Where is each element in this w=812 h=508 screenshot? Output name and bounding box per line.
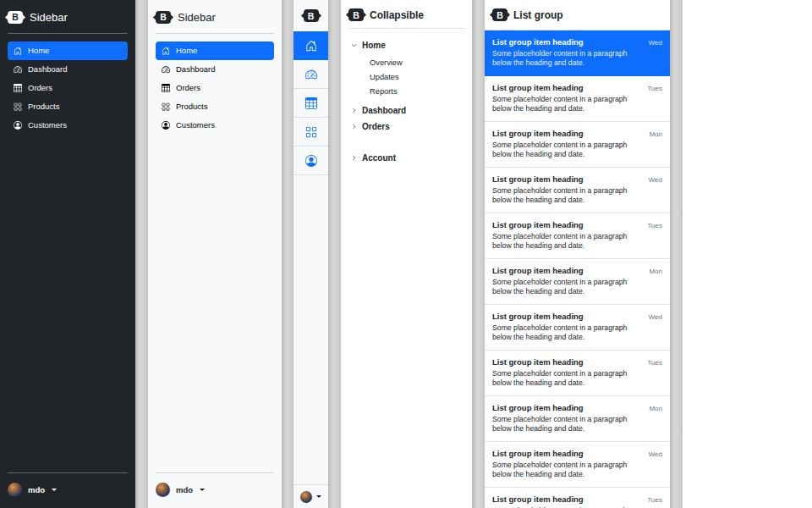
house-icon (14, 47, 22, 55)
list-item[interactable]: List group item headingTues Some placeho… (485, 76, 670, 122)
brand-link[interactable]: B (294, 0, 328, 31)
subitem-overview[interactable]: Overview (370, 55, 464, 69)
icon-nav-orders[interactable] (294, 89, 328, 118)
person-circle-icon (162, 121, 170, 130)
sidebar-item-label: Orders (28, 84, 52, 92)
list-item-date: Mon (649, 130, 662, 138)
list-item-body: Some placeholder content in a paragraph … (492, 369, 641, 388)
collapse-toggle-home[interactable]: Home (348, 37, 464, 53)
sidebar-item-label: Dashboard (28, 65, 67, 74)
chevron-right-icon (351, 124, 357, 130)
brand-link[interactable]: B Sidebar (8, 8, 128, 25)
sidebar-item-orders[interactable]: Orders (8, 79, 128, 97)
subitem-reports[interactable]: Reports (370, 84, 464, 98)
list-item-heading: List group item heading (492, 37, 584, 47)
caret-down-icon (52, 489, 57, 491)
sidebar-item-customers[interactable]: Customers (8, 116, 128, 135)
list-item-date: Wed (649, 450, 662, 458)
collapse-label: Orders (362, 122, 390, 131)
brand-link[interactable]: B List group (485, 0, 670, 30)
chevron-right-icon (351, 108, 357, 113)
speedometer-icon (14, 65, 22, 74)
sidebar-light: B Sidebar Home Dashboard Orders Products (148, 0, 282, 508)
collapse-label: Dashboard (362, 106, 406, 115)
list-item-heading: List group item heading (492, 357, 584, 367)
list-item[interactable]: List group item headingMon Some placehol… (485, 396, 670, 442)
list-item[interactable]: List group item headingWed Some placehol… (485, 305, 670, 351)
collapse-toggle-orders[interactable]: Orders (348, 119, 464, 135)
sidebar-item-products[interactable]: Products (8, 97, 128, 116)
icon-nav-dashboard[interactable] (294, 60, 328, 89)
list-item-heading: List group item heading (492, 174, 584, 184)
sidebar-item-customers[interactable]: Customers (156, 116, 274, 135)
list-item-date: Mon (649, 268, 662, 275)
list-item-heading: List group item heading (492, 494, 584, 504)
column-divider (282, 0, 294, 508)
column-divider (472, 0, 485, 508)
brand-link[interactable]: B Sidebar (156, 8, 274, 25)
list-item-heading: List group item heading (492, 83, 584, 92)
chevron-right-icon (351, 155, 357, 161)
collapse-label: Account (362, 153, 396, 163)
sidebar-item-products[interactable]: Products (156, 97, 274, 116)
icon-nav-home[interactable] (294, 31, 328, 60)
collapse-toggle-account[interactable]: Account (348, 150, 464, 166)
table-icon (162, 84, 170, 92)
list-item[interactable]: List group item headingTues Some placeho… (485, 213, 670, 259)
user-dropdown[interactable]: mdo (156, 481, 274, 500)
list-item-date: Wed (649, 313, 662, 321)
list-item-body: Some placeholder content in a paragraph … (492, 49, 641, 68)
grid-icon (162, 102, 170, 111)
list-item[interactable]: List group item headingWed Some placehol… (485, 30, 670, 76)
nav-menu: Home Dashboard Orders Products Customers (156, 41, 274, 135)
list-item-heading: List group item heading (492, 403, 584, 412)
chevron-down-icon (351, 42, 357, 48)
icon-nav-products[interactable] (294, 118, 328, 146)
sidebar-footer: mdo (8, 465, 128, 500)
grid-icon (14, 102, 22, 111)
list-item[interactable]: List group item headingWed Some placehol… (485, 442, 670, 488)
divider (8, 33, 128, 34)
right-whitespace (683, 0, 812, 508)
list-item[interactable]: List group item headingTues Some placeho… (485, 351, 670, 396)
person-circle-icon (305, 155, 317, 167)
bootstrap-logo-icon: B (156, 11, 171, 24)
avatar (156, 483, 170, 497)
avatar (300, 491, 312, 503)
sidebar-item-dashboard[interactable]: Dashboard (8, 60, 128, 79)
user-dropdown[interactable] (294, 484, 328, 508)
list-item[interactable]: List group item headingMon Some placehol… (485, 122, 670, 168)
list-item-heading: List group item heading (492, 312, 584, 321)
subitem-updates[interactable]: Updates (370, 69, 464, 84)
list-item[interactable]: List group item headingMon Some placehol… (485, 259, 670, 305)
list-item[interactable]: List group item headingWed Some placehol… (485, 168, 670, 213)
list-item-body: Some placeholder content in a paragraph … (492, 141, 641, 159)
column-divider (135, 0, 148, 508)
brand-link[interactable]: B Collapsible (348, 8, 464, 29)
sidebar-item-orders[interactable]: Orders (156, 79, 274, 97)
bootstrap-logo-icon: B (8, 11, 23, 24)
collapse-toggle-dashboard[interactable]: Dashboard (348, 102, 464, 119)
list-item-date: Tues (648, 85, 663, 92)
brand-title: Sidebar (178, 11, 216, 24)
sidebar-footer: mdo (156, 465, 274, 500)
icon-nav-customers[interactable] (294, 146, 328, 175)
sidebar-item-dashboard[interactable]: Dashboard (156, 60, 274, 79)
sidebar-item-home[interactable]: Home (156, 41, 274, 60)
bootstrap-logo-icon: B (348, 8, 364, 21)
sidebar-item-home[interactable]: Home (8, 41, 128, 60)
user-dropdown[interactable]: mdo (8, 481, 128, 500)
brand-title: Sidebar (30, 11, 68, 24)
bootstrap-logo-icon: B (492, 8, 508, 21)
user-name: mdo (28, 485, 45, 494)
table-icon (14, 84, 22, 92)
divider (8, 472, 128, 473)
list-item-body: Some placeholder content in a paragraph … (492, 461, 641, 479)
sidebar-item-label: Products (176, 102, 208, 111)
sidebar-item-label: Home (28, 47, 49, 55)
collapse-label: Home (362, 41, 386, 50)
list-item[interactable]: List group item headingTues Some placeho… (485, 488, 670, 508)
collapsible-nav: Home Overview Updates Reports Dashboard … (348, 37, 464, 166)
divider (156, 33, 274, 34)
list-item-heading: List group item heading (492, 449, 584, 458)
